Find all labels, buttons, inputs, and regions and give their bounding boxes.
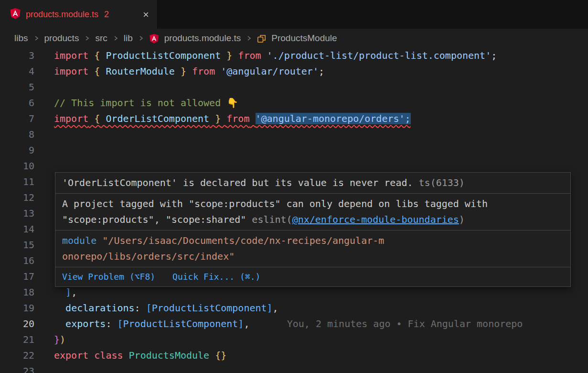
- token: OrderListComponent: [106, 113, 209, 124]
- code-content: import { OrderListComponent } from '@ang…: [54, 111, 588, 127]
- token: ;: [491, 50, 497, 61]
- code-content: [54, 79, 588, 95]
- token: [209, 350, 215, 361]
- token: [: [117, 318, 123, 329]
- code-content: [54, 363, 588, 373]
- line-number[interactable]: 4: [0, 64, 34, 79]
- chevron-right-icon: [138, 35, 144, 42]
- tab-title: products.module.ts: [26, 10, 98, 20]
- line-number[interactable]: 13: [0, 206, 34, 221]
- token: }: [54, 334, 60, 345]
- eslint-rule-link[interactable]: @nx/enforce-module-boundaries: [292, 214, 459, 225]
- code-content: }): [54, 332, 588, 348]
- breadcrumb: libs products src lib products.module.ts…: [0, 29, 588, 48]
- line-number[interactable]: 10: [0, 158, 34, 174]
- line-number[interactable]: 22: [0, 348, 34, 363]
- chevron-right-icon: [113, 35, 118, 42]
- tab-products-module[interactable]: products.module.ts 2: [0, 0, 158, 29]
- token: import: [54, 113, 88, 124]
- code-line-20[interactable]: 20 exports: [ProductListComponent],You, …: [0, 316, 588, 332]
- line-number[interactable]: 17: [0, 269, 34, 285]
- line-number[interactable]: 20: [0, 316, 34, 332]
- line-number[interactable]: 8: [0, 127, 34, 143]
- breadcrumb-item-symbol[interactable]: ProductsModule: [271, 33, 337, 44]
- code-tokens: }): [54, 334, 65, 345]
- token: export: [54, 350, 88, 361]
- line-number[interactable]: 12: [0, 190, 34, 206]
- code-line-8[interactable]: 8: [0, 127, 588, 143]
- eslint-source-label: eslint(: [252, 214, 292, 225]
- line-number[interactable]: 7: [0, 111, 34, 127]
- token: ,: [273, 302, 278, 314]
- token: declarations: [65, 302, 135, 314]
- breadcrumb-item-libs[interactable]: libs: [14, 33, 28, 44]
- token: [100, 113, 106, 124]
- chevron-right-icon: [84, 35, 90, 42]
- code-line-19[interactable]: 19 declarations: [ProductListComponent],: [0, 300, 588, 316]
- token: [123, 350, 129, 361]
- code-tokens: ],: [54, 286, 77, 298]
- token: }: [181, 66, 186, 77]
- code-tokens: import { RouterModule } from '@angular/r…: [54, 66, 324, 77]
- token: [100, 50, 106, 61]
- line-number[interactable]: 19: [0, 300, 34, 316]
- token: [209, 113, 215, 124]
- line-number[interactable]: 14: [0, 221, 34, 237]
- error-hover-tooltip: 'OrderListComponent' is declared but its…: [55, 172, 571, 287]
- code-line-23[interactable]: 23: [0, 363, 588, 373]
- code-tokens: import { OrderListComponent } from '@ang…: [54, 113, 411, 124]
- token: '@angular-monorepo/orders';: [256, 113, 411, 124]
- eslint-source-close: ): [459, 214, 465, 225]
- code-line-5[interactable]: 5: [0, 79, 588, 95]
- code-content: [54, 127, 588, 143]
- tab-problems-badge: 2: [104, 10, 109, 20]
- breadcrumb-item-src[interactable]: src: [95, 33, 107, 44]
- token: ]: [65, 286, 71, 298]
- breadcrumb-item-products[interactable]: products: [44, 33, 79, 44]
- code-line-9[interactable]: 9: [0, 143, 588, 158]
- hover-module-info: module "/Users/isaac/Documents/code/nx-r…: [55, 230, 570, 267]
- token: '@angular/router': [221, 66, 319, 77]
- token: [232, 50, 238, 61]
- code-content: export class ProductsModule {}: [54, 348, 588, 363]
- line-number[interactable]: 16: [0, 253, 34, 269]
- line-number[interactable]: 18: [0, 285, 34, 300]
- code-line-6[interactable]: 6// This import is not allowed 👇: [0, 95, 588, 111]
- line-number[interactable]: 9: [0, 143, 34, 158]
- tab-close-icon[interactable]: [142, 11, 150, 18]
- token: [88, 113, 94, 124]
- code-line-22[interactable]: 22export class ProductsModule {}: [0, 348, 588, 363]
- quick-fix-button[interactable]: Quick Fix... (⌘.): [172, 270, 260, 284]
- line-number[interactable]: 3: [0, 48, 34, 64]
- line-number[interactable]: 6: [0, 95, 34, 111]
- line-number[interactable]: 15: [0, 237, 34, 253]
- line-number[interactable]: 5: [0, 79, 34, 95]
- hover-actions: View Problem (⌥F8) Quick Fix... (⌘.): [55, 267, 570, 286]
- breadcrumb-item-file[interactable]: products.module.ts: [164, 33, 241, 44]
- token: {: [94, 113, 100, 124]
- line-number[interactable]: 23: [0, 363, 34, 373]
- token: [100, 66, 106, 77]
- token: ,: [71, 286, 77, 298]
- breadcrumb-item-lib[interactable]: lib: [124, 33, 133, 44]
- line-number[interactable]: 21: [0, 332, 34, 348]
- token: import: [54, 50, 88, 61]
- line-number[interactable]: 11: [0, 174, 34, 190]
- token: ,: [244, 318, 249, 329]
- chevron-right-icon: [246, 35, 252, 42]
- token: {}: [215, 350, 226, 361]
- token: './product-list/product-list.component': [267, 50, 492, 61]
- code-line-21[interactable]: 21}): [0, 332, 588, 348]
- code-line-3[interactable]: 3import { ProductListComponent } from '.…: [0, 48, 588, 64]
- code-line-4[interactable]: 4import { RouterModule } from '@angular/…: [0, 64, 588, 79]
- view-problem-button[interactable]: View Problem (⌥F8): [62, 270, 155, 284]
- token: [215, 66, 221, 77]
- code-content: [54, 143, 588, 158]
- module-path: "/Users/isaac/Documents/code/nx-recipes/…: [62, 235, 384, 262]
- module-path-code-block: module "/Users/isaac/Documents/code/nx-r…: [62, 233, 387, 264]
- code-line-7[interactable]: 7import { OrderListComponent } from '@an…: [0, 111, 588, 127]
- angular-icon: [149, 33, 159, 44]
- hover-eslint-diagnostic: A project tagged with "scope:products" c…: [55, 194, 570, 230]
- token: [: [146, 302, 152, 314]
- token: [88, 66, 94, 77]
